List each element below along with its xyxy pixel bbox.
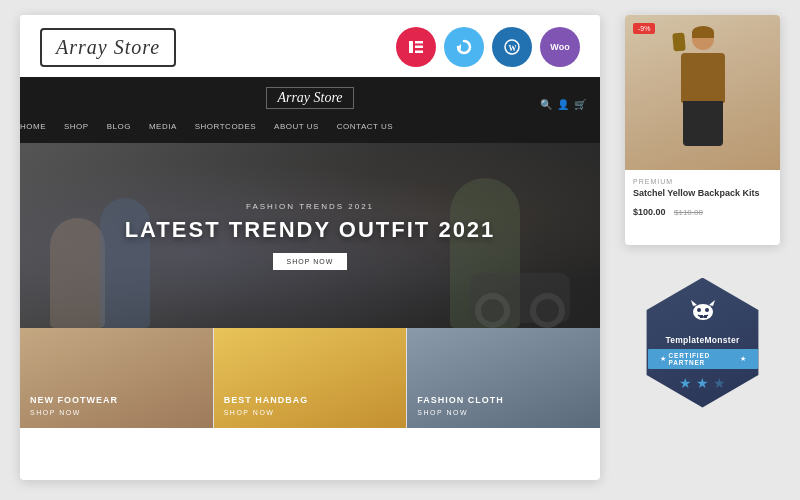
- svg-rect-3: [415, 51, 423, 54]
- svg-rect-2: [415, 46, 423, 49]
- elementor-icon: [396, 27, 436, 67]
- store-logo: Array Store: [56, 36, 160, 58]
- svg-text:W: W: [509, 44, 517, 53]
- category-handbag[interactable]: BEST HANDBAG SHOP NOW: [214, 328, 408, 428]
- categories-section: NEW FOOTWEAR SHOP NOW BEST HANDBAG SHOP …: [20, 328, 600, 428]
- nav-shop[interactable]: SHOP: [64, 122, 89, 131]
- star-1: ★: [679, 375, 692, 391]
- templatemonster-badge: TemplateMonster ★ CERTIFIED PARTNER ★ ★ …: [625, 265, 780, 420]
- shop-now-button[interactable]: SHOP NOW: [273, 253, 348, 270]
- nav-links: HOME SHOP BLOG MEDIA SHORTCODES ABOUT US…: [20, 115, 393, 133]
- cart-icon[interactable]: 🛒: [574, 99, 586, 110]
- product-info: PREMIUM Satchel Yellow Backpack Kits $10…: [625, 170, 780, 227]
- svg-rect-13: [704, 315, 707, 318]
- svg-rect-0: [409, 41, 413, 53]
- model-body: [681, 53, 725, 103]
- cat-handbag-sublabel: SHOP NOW: [224, 408, 309, 418]
- product-panel: -9% PREMIUM Satchel Yellow Backpack Kits…: [625, 15, 780, 245]
- logo-box: Array Store: [40, 28, 176, 67]
- tm-name: TemplateMonster: [665, 335, 739, 345]
- nav-about[interactable]: ABOUT US: [274, 122, 319, 131]
- svg-marker-9: [709, 300, 715, 306]
- nav-blog[interactable]: BLOG: [107, 122, 131, 131]
- product-image: [625, 15, 780, 170]
- cat-footwear-sublabel: SHOP NOW: [30, 408, 118, 418]
- cat-fashion-sublabel: SHOP NOW: [417, 408, 504, 418]
- svg-marker-8: [691, 300, 697, 306]
- star-3: ★: [713, 375, 726, 391]
- account-icon[interactable]: 👤: [557, 99, 569, 110]
- search-icon[interactable]: 🔍: [540, 99, 552, 110]
- product-label: PREMIUM: [633, 178, 772, 185]
- nav-media[interactable]: MEDIA: [149, 122, 177, 131]
- plugin-icons: W Woo: [396, 27, 580, 67]
- nav-home[interactable]: HOME: [20, 122, 46, 131]
- hero-section: Fashion Trends 2021 LATEST TRENDY OUTFIT…: [20, 143, 600, 328]
- refresh-icon: [444, 27, 484, 67]
- product-price: $100.00: [633, 207, 666, 217]
- cat-footwear-label: NEW FOOTWEAR: [30, 395, 118, 405]
- nav-contact[interactable]: CONTACT US: [337, 122, 393, 131]
- product-name: Satchel Yellow Backpack Kits: [633, 188, 772, 198]
- model-figure: [663, 23, 743, 163]
- cat-fashion-label: FASHION CLOTH: [417, 395, 504, 405]
- sale-badge: -9%: [633, 23, 655, 34]
- model-legs: [683, 101, 723, 146]
- hero-subtitle: Fashion Trends 2021: [246, 202, 374, 211]
- tm-stars: ★ ★ ★: [679, 375, 726, 391]
- svg-point-10: [697, 308, 701, 312]
- wordpress-icon: W: [492, 27, 532, 67]
- certified-bar: ★ CERTIFIED PARTNER ★: [648, 349, 758, 369]
- cat-handbag-label: BEST HANDBAG: [224, 395, 309, 405]
- svg-rect-12: [700, 315, 703, 318]
- hero-title: LATEST TRENDY OUTFIT 2021: [125, 217, 496, 243]
- card-header: Array Store W: [20, 15, 600, 77]
- woocommerce-icon: Woo: [540, 27, 580, 67]
- star-2: ★: [696, 375, 709, 391]
- nav-shortcodes[interactable]: SHORTCODES: [195, 122, 256, 131]
- certified-label: CERTIFIED PARTNER: [669, 352, 737, 366]
- svg-point-11: [705, 308, 709, 312]
- tm-monster-icon: [687, 300, 719, 333]
- category-fashion[interactable]: FASHION CLOTH SHOP NOW: [407, 328, 600, 428]
- main-card: Array Store W: [20, 15, 600, 480]
- nav-bar: Array Store HOME SHOP BLOG MEDIA SHORTCO…: [20, 77, 600, 143]
- nav-logo: Array Store: [266, 87, 353, 109]
- svg-rect-1: [415, 41, 423, 44]
- product-old-price: $110.00: [674, 208, 703, 217]
- category-footwear[interactable]: NEW FOOTWEAR SHOP NOW: [20, 328, 214, 428]
